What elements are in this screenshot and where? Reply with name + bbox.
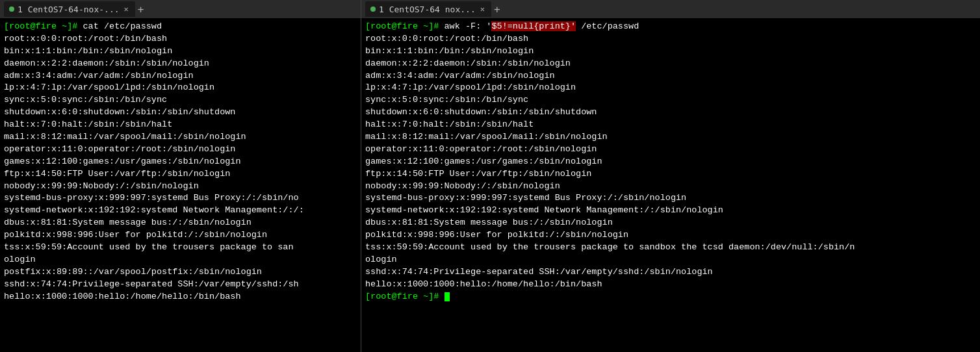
right-cmd-before: awk -F: ': [439, 21, 491, 31]
left-prompt: [root@fire ~]#: [4, 21, 77, 31]
right-tab-plus[interactable]: +: [494, 3, 500, 16]
right-output-9: operator:x:11:0:operator:/root:/sbin/nol…: [365, 144, 976, 156]
left-output-12: nobody:x:99:99:Nobody:/:/sbin/nologin: [4, 181, 357, 193]
right-tab-close[interactable]: ✕: [479, 5, 486, 14]
right-output-16: polkitd:x:998:996:User for polkitd:/:/sb…: [365, 229, 976, 242]
left-output-7: halt:x:7:0:halt:/sbin:/sbin/halt: [4, 119, 357, 131]
right-output-18: ologin: [365, 254, 976, 266]
right-tab-dot: [370, 6, 376, 12]
left-tab-item[interactable]: 1 CentOS7-64-nox-... ✕: [4, 1, 135, 17]
right-output-10: games:x:12:100:games:/usr/games:/sbin/no…: [365, 156, 976, 168]
left-output-5: sync:x:5:0:sync:/sbin:/bin/sync: [4, 94, 357, 107]
terminals-container: 1 CentOS7-64-nox-... ✕ + [root@fire ~]# …: [0, 0, 980, 352]
right-output-17: tss:x:59:59:Account used by the trousers…: [365, 242, 976, 254]
right-output-3: adm:x:3:4:adm:/var/adm:/sbin/nologin: [365, 70, 976, 82]
right-cursor: [445, 292, 450, 301]
right-output-12: nobody:x:99:99:Nobody:/:/sbin/nologin: [365, 181, 976, 193]
right-output-14: systemd-network:x:192:192:systemd Networ…: [365, 205, 976, 217]
left-output-3: adm:x:3:4:adm:/var/adm:/sbin/nologin: [4, 70, 357, 82]
right-output-2: daemon:x:2:2:daemon:/sbin:/sbin/nologin: [365, 58, 976, 70]
left-output-14: systemd-network:x:192:192:systemd Networ…: [4, 205, 357, 217]
left-tab-dot: [9, 6, 14, 12]
left-tab-close[interactable]: ✕: [123, 5, 130, 14]
left-tab-label: 1 CentOS7-64-nox-...: [18, 5, 120, 14]
left-output-4: lp:x:4:7:lp:/var/spool/lpd:/sbin/nologin: [4, 82, 357, 94]
left-output-2: daemon:x:2:2:daemon:/sbin:/sbin/nologin: [4, 58, 357, 70]
right-cmd-after: /etc/passwd: [576, 21, 639, 31]
right-output-8: mail:x:8:12:mail:/var/spool/mail:/sbin/n…: [365, 131, 976, 144]
left-cmd-line: [root@fire ~]# cat /etc/passwd: [4, 21, 357, 33]
left-tab-plus[interactable]: +: [138, 3, 144, 16]
right-output-15: dbus:x:81:81:System message bus:/:/sbin/…: [365, 217, 976, 229]
right-output-19: sshd:x:74:74:Privilege-separated SSH:/va…: [365, 266, 976, 279]
right-output-11: ftp:x:14:50:FTP User:/var/ftp:/sbin/nolo…: [365, 168, 976, 181]
left-output-13: systemd-bus-proxy:x:999:997:systemd Bus …: [4, 192, 357, 205]
left-cmd-text: cat /etc/passwd: [77, 21, 162, 31]
right-final-prompt-line: [root@fire ~]#: [365, 291, 976, 303]
right-output-20: hello:x:1000:1000:hello:/home/hello:/bin…: [365, 279, 976, 291]
left-output-20: sshd:x:74:74:Privilege-separated SSH:/va…: [4, 279, 357, 291]
right-output-4: lp:x:4:7:lp:/var/spool/lpd:/sbin/nologin: [365, 82, 976, 94]
left-output-0: root:x:0:0:root:/root:/bin/bash: [4, 33, 357, 45]
left-tab-bar: 1 CentOS7-64-nox-... ✕ +: [0, 0, 361, 18]
right-tab-label: 1 CentOS7-64 nox...: [379, 5, 476, 14]
right-prompt: [root@fire ~]#: [365, 21, 439, 31]
terminal-right: 1 CentOS7-64 nox... ✕ + [root@fire ~]# a…: [361, 0, 980, 352]
left-output-21: hello:x:1000:1000:hello:/home/hello:/bin…: [4, 291, 357, 303]
left-output-9: operator:x:11:0:operator:/root:/sbin/nol…: [4, 144, 357, 156]
left-output-15: dbus:x:81:81:System message bus:/:/sbin/…: [4, 217, 357, 229]
left-output-6: shutdown:x:6:0:shutdown:/sbin:/sbin/shut…: [4, 107, 357, 119]
left-output-19: postfix:x:89:89::/var/spool/postfix:/sbi…: [4, 266, 357, 279]
right-output-6: shutdown:x:6:0:shutdown:/sbin:/sbin/shut…: [365, 107, 976, 119]
right-tab-bar: 1 CentOS7-64 nox... ✕ +: [361, 0, 980, 18]
right-output-1: bin:x:1:1:bin:/bin:/sbin/nologin: [365, 45, 976, 58]
left-terminal-body[interactable]: [root@fire ~]# cat /etc/passwd root:x:0:…: [0, 18, 361, 352]
left-output-17: tss:x:59:59:Account used by the trousers…: [4, 242, 357, 254]
left-output-8: mail:x:8:12:mail:/var/spool/mail:/sbin/n…: [4, 131, 357, 144]
right-terminal-body[interactable]: [root@fire ~]# awk -F: '$5!=null{print}'…: [361, 18, 980, 352]
right-tab-item[interactable]: 1 CentOS7-64 nox... ✕: [365, 1, 491, 17]
right-output-5: sync:x:5:0:sync:/sbin:/bin/sync: [365, 94, 976, 107]
right-cmd-highlighted: $5!=null{print}': [491, 21, 576, 31]
left-output-1: bin:x:1:1:bin:/bin:/sbin/nologin: [4, 45, 357, 58]
right-output-0: root:x:0:0:root:/root:/bin/bash: [365, 33, 976, 45]
left-output-11: ftp:x:14:50:FTP User:/var/ftp:/sbin/nolo…: [4, 168, 357, 181]
left-output-18: ologin: [4, 254, 357, 266]
right-final-prompt: [root@fire ~]#: [365, 292, 439, 301]
left-output-16: polkitd:x:998:996:User for polkitd:/:/sb…: [4, 229, 357, 242]
left-output-10: games:x:12:100:games:/usr/games:/sbin/no…: [4, 156, 357, 168]
terminal-left: 1 CentOS7-64-nox-... ✕ + [root@fire ~]# …: [0, 0, 361, 352]
right-output-13: systemd-bus-proxy:x:999:997:systemd Bus …: [365, 192, 976, 205]
right-cmd-line: [root@fire ~]# awk -F: '$5!=null{print}'…: [365, 21, 976, 33]
right-output-7: halt:x:7:0:halt:/sbin:/sbin/halt: [365, 119, 976, 131]
